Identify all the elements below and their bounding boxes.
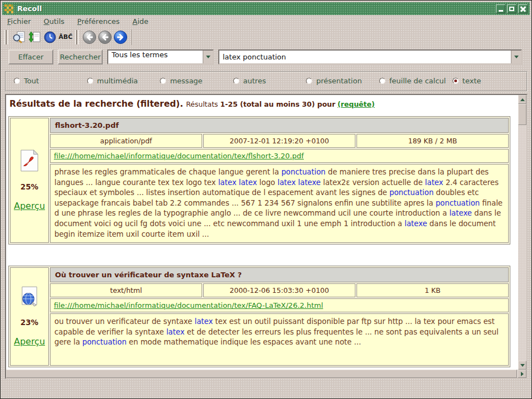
radio-icon: [453, 78, 459, 84]
filter-radio-autres[interactable]: autres: [233, 77, 266, 85]
minimize-icon: [499, 10, 503, 12]
query-dropdown-button[interactable]: [511, 51, 521, 63]
search-button[interactable]: Rechercher: [58, 49, 103, 64]
results-header: Résultats de la recherche (filtered). Ré…: [9, 98, 517, 109]
menu-outils[interactable]: Outils: [44, 17, 65, 26]
preview-button[interactable]: [11, 29, 27, 45]
window-title: Recoll: [17, 4, 42, 13]
filter-radio-presentation[interactable]: présentation: [306, 77, 362, 85]
minimize-button[interactable]: [496, 4, 505, 13]
filter-label: présentation: [316, 77, 362, 85]
filter-radio-feuille-de-calcul[interactable]: feuille de calcul: [379, 77, 446, 85]
category-filter-frame: Toutmultimédiamessageautresprésentationf…: [5, 71, 528, 92]
vertical-scrollbar: [518, 95, 526, 370]
result-size: 189 KB / 2 MB: [357, 134, 509, 148]
snippet-text: ou trouver un verificateur de syntaxe: [54, 317, 194, 326]
filter-radio-message[interactable]: message: [160, 77, 202, 85]
menu-aide[interactable]: Aide: [133, 17, 149, 26]
term-explorer-button[interactable]: ÂBĈ: [58, 29, 73, 45]
result-url-link[interactable]: file:///home/michael/informatique/docume…: [54, 152, 304, 160]
query-link[interactable]: (requête): [338, 100, 375, 108]
highlighted-term: latex latexe: [278, 178, 321, 187]
result-title: Où trouver un vérificateur de syntaxe La…: [50, 267, 509, 282]
first-page-button[interactable]: [82, 29, 97, 45]
scroll-up-button[interactable]: [518, 95, 526, 104]
filter-label: message: [170, 77, 202, 85]
result-side-panel: 23% Aperçu: [10, 267, 49, 366]
maximize-button[interactable]: [507, 4, 516, 13]
vertical-scrollbar-thumb[interactable]: [518, 104, 526, 125]
results-frame: Résultats de la recherche (filtered). Ré…: [5, 94, 528, 379]
result-size: 1 KB: [357, 283, 509, 297]
close-icon: [520, 6, 526, 12]
search-mode-combobox[interactable]: Tous les termes: [107, 49, 214, 64]
toolbar-separator: [132, 29, 133, 45]
highlighted-term: ponctuation: [282, 168, 326, 176]
scroll-down-button[interactable]: [518, 361, 526, 370]
query-combobox: [218, 49, 522, 64]
snippet-text: latex2ε version actuelle de: [320, 178, 425, 187]
filter-label: feuille de calcul: [389, 77, 446, 85]
arrow-up-icon: [520, 98, 525, 101]
chevron-down-icon: [514, 56, 519, 58]
prev-page-icon: [98, 30, 112, 44]
highlighted-term: latex latex: [218, 178, 257, 187]
search-mode-value: Tous les termes: [108, 51, 203, 63]
menu-preferences[interactable]: Préférences: [77, 17, 119, 26]
doc-type-icon-wrap: [21, 286, 38, 310]
result-date: 2007-12-01 12:19:20 +0100: [203, 134, 355, 148]
result-side-panel: 25% Aperçu: [10, 118, 49, 243]
radio-icon: [379, 78, 385, 84]
preview-link[interactable]: Aperçu: [14, 336, 45, 347]
clear-button[interactable]: Effacer: [8, 49, 53, 64]
menu-bar: FichierOutilsPréférencesAide: [3, 16, 529, 27]
filter-radio-tout[interactable]: Tout: [14, 77, 39, 85]
filter-radio-multimedia[interactable]: multimédia: [87, 77, 138, 85]
html-icon: [21, 286, 38, 307]
filter-label: Tout: [24, 77, 39, 85]
highlighted-term: latexe: [404, 220, 427, 228]
next-page-icon: [113, 30, 128, 44]
preview-link[interactable]: Aperçu: [14, 201, 45, 211]
result-snippet: ou trouver un verificateur de syntaxe la…: [50, 313, 509, 366]
scroll-right-button[interactable]: [518, 370, 526, 378]
radio-icon: [160, 78, 166, 84]
prev-page-button[interactable]: [97, 29, 113, 45]
result-entry: 25% Aperçu flshort-3.20.pdf application/…: [8, 116, 510, 245]
recoll-window: Recoll FichierOutilsPréférencesAide: [0, 0, 532, 399]
result-url-link[interactable]: file:///home/michael/informatique/docume…: [54, 301, 323, 310]
horizontal-scrollbar: [6, 370, 526, 378]
update-index-button[interactable]: [27, 29, 42, 45]
app-icon: [4, 4, 13, 13]
filter-radio-texte[interactable]: texte: [453, 77, 481, 85]
arrow-right-icon: [521, 372, 524, 376]
results-count-label: Résultats: [186, 100, 218, 108]
toolbar-handle[interactable]: [75, 30, 79, 44]
highlighted-term: latexe: [449, 209, 472, 217]
tool-bar: ÂBĈ: [3, 28, 133, 46]
doc-type-icon-wrap: [20, 149, 39, 174]
relevance-percent: 23%: [21, 318, 38, 327]
document-arrows-icon: [28, 31, 41, 44]
filter-label: autres: [243, 77, 266, 85]
results-list: Résultats de la recherche (filtered). Ré…: [6, 95, 518, 370]
filter-label: multimédia: [97, 77, 138, 85]
menu-fichier[interactable]: Fichier: [7, 17, 31, 26]
result-entry: 23% Aperçu Où trouver un vérificateur de…: [8, 266, 510, 367]
filter-label: texte: [463, 77, 481, 85]
toolbar-handle[interactable]: [4, 30, 8, 44]
query-input[interactable]: [219, 51, 511, 63]
history-button[interactable]: [42, 29, 58, 45]
close-button[interactable]: [518, 4, 528, 13]
chevron-down-icon: [206, 56, 210, 58]
radio-icon: [306, 78, 312, 84]
result-mime-type: application/pdf: [50, 134, 202, 148]
title-bar[interactable]: Recoll: [2, 2, 530, 15]
snippet-text: en mode mathematique indique les espaces…: [127, 338, 361, 346]
search-mode-dropdown-button[interactable]: [203, 51, 213, 63]
highlighted-term: ponctuation: [435, 199, 480, 207]
result-snippet: phrase les regles grammaticales de chaqu…: [50, 164, 509, 243]
next-page-button[interactable]: [113, 29, 128, 45]
horizontal-scrollbar-thumb[interactable]: [6, 370, 517, 378]
relevance-percent: 25%: [21, 182, 38, 191]
